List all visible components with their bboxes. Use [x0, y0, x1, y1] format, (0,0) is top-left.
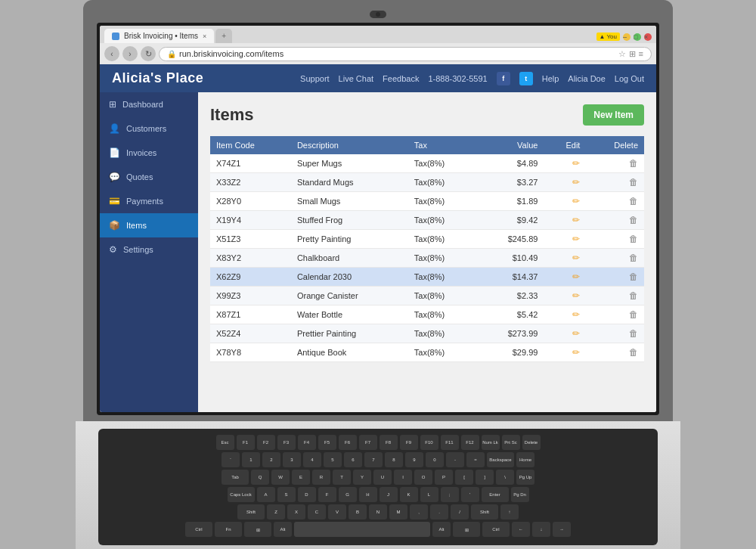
- key-space[interactable]: [294, 522, 430, 537]
- edit-button[interactable]: ✏: [572, 328, 580, 339]
- key--[interactable]: -: [446, 452, 464, 467]
- key-alt[interactable]: Alt: [432, 522, 451, 537]
- key-h[interactable]: H: [359, 487, 377, 502]
- key-→[interactable]: →: [553, 522, 571, 537]
- delete-button[interactable]: 🗑: [629, 347, 638, 358]
- edit-button[interactable]: ✏: [572, 271, 580, 282]
- key-s[interactable]: S: [277, 487, 296, 502]
- sidebar-item-payments[interactable]: 💳Payments: [100, 189, 198, 213]
- key-↓[interactable]: ↓: [532, 522, 550, 537]
- key-shift[interactable]: Shift: [237, 504, 265, 520]
- key-;[interactable]: ;: [441, 487, 459, 502]
- key-f11[interactable]: F11: [441, 435, 459, 450]
- key-i[interactable]: I: [394, 470, 412, 485]
- key-n[interactable]: N: [369, 504, 387, 520]
- sidebar-item-settings[interactable]: ⚙Settings: [100, 237, 198, 262]
- key-2[interactable]: 2: [262, 452, 280, 467]
- delete-button[interactable]: 🗑: [629, 158, 638, 169]
- key-shift[interactable]: Shift: [471, 504, 498, 520]
- key-backspace[interactable]: Backspace: [487, 452, 514, 467]
- key-u[interactable]: U: [373, 470, 392, 485]
- key-a[interactable]: A: [257, 487, 275, 502]
- more-icon[interactable]: ≡: [639, 49, 643, 59]
- key-fn[interactable]: Fn: [215, 522, 242, 537]
- key-q[interactable]: Q: [251, 470, 269, 485]
- maximize-button[interactable]: □: [634, 33, 641, 41]
- key-\[interactable]: \: [496, 470, 514, 485]
- key-m[interactable]: M: [389, 504, 407, 520]
- key-⊞[interactable]: ⊞: [244, 522, 271, 537]
- twitter-icon[interactable]: t: [519, 72, 533, 85]
- key-5[interactable]: 5: [324, 452, 342, 467]
- edit-button[interactable]: ✏: [572, 309, 580, 320]
- key-⊞[interactable]: ⊞: [453, 522, 480, 537]
- key-f12[interactable]: F12: [461, 435, 479, 450]
- key-3[interactable]: 3: [283, 452, 301, 467]
- key-'[interactable]: ': [461, 487, 479, 502]
- forward-button[interactable]: ›: [122, 46, 138, 61]
- close-button[interactable]: ×: [644, 33, 652, 41]
- key-k[interactable]: K: [400, 487, 418, 502]
- edit-button[interactable]: ✏: [572, 215, 580, 225]
- facebook-icon[interactable]: f: [497, 72, 510, 85]
- edit-button[interactable]: ✏: [572, 347, 580, 358]
- key-=[interactable]: =: [466, 452, 485, 467]
- key-][interactable]: ]: [476, 470, 494, 485]
- key-prt-sc[interactable]: Prt Sc: [502, 435, 520, 450]
- key-,[interactable]: ,: [410, 504, 428, 520]
- key-9[interactable]: 9: [405, 452, 423, 467]
- delete-button[interactable]: 🗑: [629, 177, 638, 188]
- key-b[interactable]: B: [349, 504, 367, 520]
- star-icon[interactable]: ☆: [618, 49, 626, 59]
- key-1[interactable]: 1: [242, 452, 260, 467]
- key-l[interactable]: L: [420, 487, 438, 502]
- key-7[interactable]: 7: [364, 452, 383, 467]
- key-p[interactable]: P: [435, 470, 453, 485]
- nav-help[interactable]: Help: [542, 74, 559, 83]
- key-t[interactable]: T: [333, 470, 351, 485]
- key-tab[interactable]: Tab: [222, 470, 249, 485]
- browser-tab-active[interactable]: Brisk Invoicing • Items ×: [104, 29, 214, 43]
- key-6[interactable]: 6: [344, 452, 362, 467]
- key-f3[interactable]: F3: [277, 435, 296, 450]
- sidebar-item-items[interactable]: 📦Items: [100, 213, 198, 237]
- key-pg-dn[interactable]: Pg Dn: [511, 487, 529, 502]
- key-e[interactable]: E: [292, 470, 310, 485]
- refresh-button[interactable]: ↻: [141, 46, 156, 61]
- key-f10[interactable]: F10: [420, 435, 438, 450]
- edit-button[interactable]: ✏: [572, 290, 580, 301]
- key-pg-up[interactable]: Pg Up: [516, 470, 534, 485]
- back-button[interactable]: ‹: [104, 46, 119, 61]
- delete-button[interactable]: 🗑: [629, 328, 638, 339]
- delete-button[interactable]: 🗑: [629, 196, 638, 206]
- key-f[interactable]: F: [318, 487, 336, 502]
- key-alt[interactable]: Alt: [274, 522, 292, 537]
- key-o[interactable]: O: [414, 470, 432, 485]
- menu-icon[interactable]: ⊞: [629, 49, 636, 59]
- sidebar-item-dashboard[interactable]: ⊞Dashboard: [100, 92, 198, 116]
- new-item-button[interactable]: New Item: [583, 104, 644, 126]
- delete-button[interactable]: 🗑: [629, 309, 638, 320]
- edit-button[interactable]: ✏: [572, 158, 580, 169]
- key-d[interactable]: D: [298, 487, 316, 502]
- delete-button[interactable]: 🗑: [629, 215, 638, 225]
- key-f5[interactable]: F5: [318, 435, 336, 450]
- tab-close-button[interactable]: ×: [203, 33, 206, 40]
- key-←[interactable]: ←: [512, 522, 530, 537]
- key-v[interactable]: V: [328, 504, 346, 520]
- key-y[interactable]: Y: [353, 470, 371, 485]
- key-enter[interactable]: Enter: [482, 487, 509, 502]
- key-4[interactable]: 4: [303, 452, 321, 467]
- key-num-lk[interactable]: Num Lk: [482, 435, 500, 450]
- delete-button[interactable]: 🗑: [629, 290, 638, 301]
- key-r[interactable]: R: [312, 470, 330, 485]
- minimize-button[interactable]: –: [623, 33, 631, 41]
- address-bar[interactable]: 🔒 run.briskinvoicing.com/items ☆ ⊞ ≡: [159, 47, 652, 61]
- key-ctrl[interactable]: Ctrl: [185, 522, 212, 537]
- key-0[interactable]: 0: [426, 452, 444, 467]
- key-z[interactable]: Z: [267, 504, 285, 520]
- nav-feedback[interactable]: Feedback: [383, 74, 419, 83]
- key-g[interactable]: G: [339, 487, 357, 502]
- key-`[interactable]: `: [222, 452, 240, 467]
- key-↑[interactable]: ↑: [500, 504, 519, 520]
